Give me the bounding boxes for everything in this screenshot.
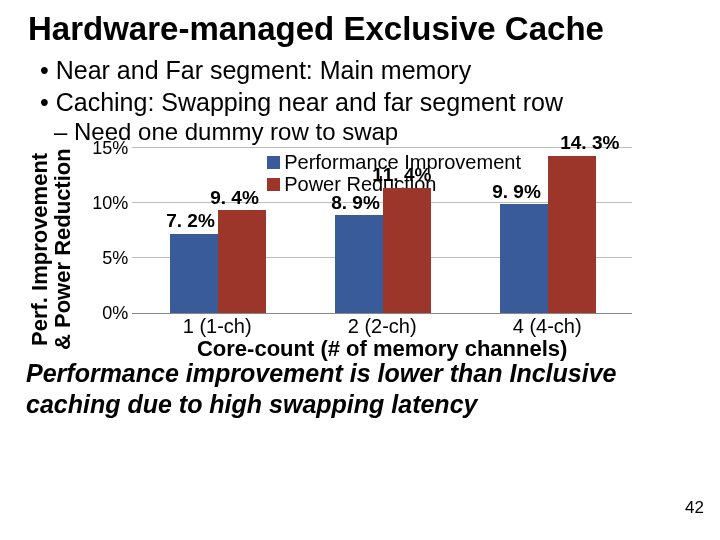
- page-number: 42: [685, 498, 704, 518]
- bar-perf-3: [500, 204, 548, 313]
- data-label-pwr-1: 9. 4%: [210, 187, 259, 209]
- data-label-pwr-2: 11. 4%: [372, 164, 431, 186]
- legend-swatch-pwr: [267, 178, 280, 191]
- bullet-2: Caching: Swapping near and far segment r…: [40, 86, 694, 118]
- y-tick-0: 0%: [82, 303, 128, 324]
- x-tick-2: 2 (2-ch): [307, 315, 457, 338]
- bar-pwr-3: [548, 156, 596, 313]
- x-axis-label: Core-count (# of memory channels): [132, 336, 632, 362]
- data-label-perf-2: 8. 9%: [331, 192, 380, 214]
- data-label-perf-1: 7. 2%: [166, 210, 215, 232]
- plot-area: Performance Improvement Power Reduction …: [132, 148, 632, 314]
- bar-perf-2: [335, 215, 383, 313]
- y-tick-10: 10%: [82, 193, 128, 214]
- data-label-perf-3: 9. 9%: [492, 181, 541, 203]
- bar-pwr-2: [383, 188, 431, 313]
- bar-perf-1: [170, 234, 218, 313]
- y-axis-label: Perf. Improvement & Power Reduction: [26, 144, 74, 354]
- bullet-list: Near and Far segment: Main memory Cachin…: [40, 54, 694, 118]
- y-tick-15: 15%: [82, 138, 128, 159]
- gridline: [132, 147, 632, 148]
- x-tick-3: 4 (4-ch): [472, 315, 622, 338]
- footer-text: Performance improvement is lower than In…: [26, 358, 694, 419]
- data-label-pwr-3: 14. 3%: [560, 132, 619, 154]
- y-tick-5: 5%: [82, 248, 128, 269]
- bar-pwr-1: [218, 210, 266, 313]
- legend-swatch-perf: [267, 156, 280, 169]
- chart-container: Perf. Improvement & Power Reduction 0% 5…: [26, 144, 694, 354]
- bullet-1: Near and Far segment: Main memory: [40, 54, 694, 86]
- bar-chart: 0% 5% 10% 15% Performance Improvement Po…: [82, 144, 642, 354]
- slide-title: Hardware-managed Exclusive Cache: [28, 10, 694, 48]
- x-tick-1: 1 (1-ch): [142, 315, 292, 338]
